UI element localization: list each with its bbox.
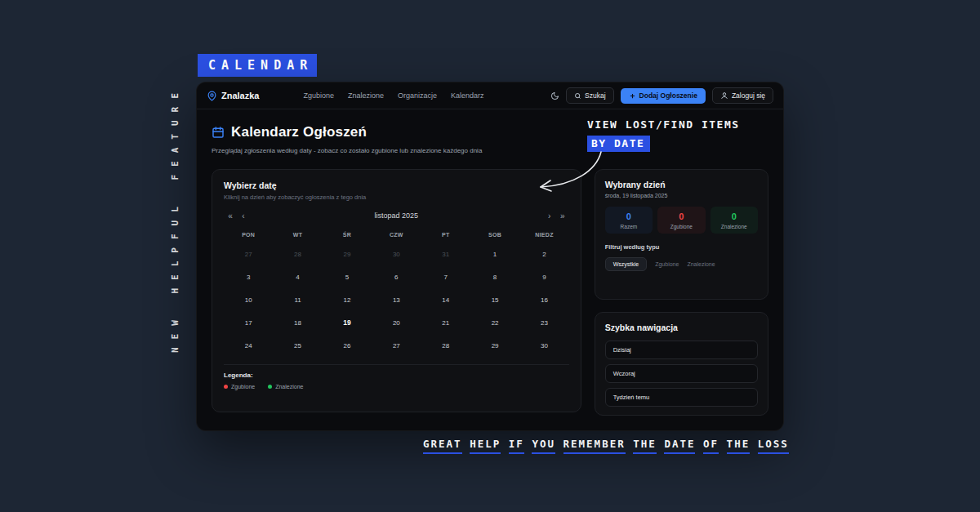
weekday-header: PT: [421, 232, 470, 238]
calendar-day[interactable]: 7: [421, 265, 470, 288]
calendar-day[interactable]: 1: [470, 243, 519, 265]
filters-row: WszystkieZgubioneZnalezione: [605, 257, 758, 271]
add-listing-button[interactable]: Dodaj Ogłoszenie: [621, 88, 706, 104]
calendar-day[interactable]: 29: [470, 334, 519, 357]
nav-link-zgubione[interactable]: Zgubione: [303, 91, 334, 100]
calendar-day[interactable]: 26: [323, 334, 372, 357]
quick-nav-dzisiaj[interactable]: Dzisiaj: [605, 341, 758, 359]
weekday-header-row: PONWTŚRCZWPTSOBNIEDZ: [224, 232, 569, 238]
calendar-icon: [212, 126, 225, 139]
caption-word: LOSS: [758, 438, 789, 454]
stat-label: Zgubione: [657, 224, 705, 229]
filter-zgubione[interactable]: Zgubione: [655, 258, 679, 270]
quick-nav-tydzie-temu[interactable]: Tydzień temu: [605, 388, 758, 407]
calendar-nav: « ‹ listopad 2025 › »: [224, 209, 569, 222]
caption-word: THE: [633, 438, 657, 454]
vertical-feature-label: NEW HELPFUL FEATURE: [170, 83, 180, 353]
calendar-day[interactable]: 4: [273, 265, 322, 288]
calendar-day[interactable]: 9: [519, 265, 568, 288]
filter-wszystkie[interactable]: Wszystkie: [605, 257, 648, 271]
calendar-day[interactable]: 23: [519, 311, 568, 334]
caption-word: DATE: [664, 438, 695, 454]
nav-link-znalezione[interactable]: Znalezione: [348, 91, 384, 100]
calendar-day[interactable]: 11: [273, 288, 322, 311]
weekday-header: NIEDZ: [519, 232, 568, 238]
stat-value: 0: [657, 211, 705, 221]
caption-word: HELP: [470, 438, 501, 454]
next-year-button[interactable]: »: [556, 209, 569, 222]
search-button-label: Szukaj: [585, 91, 606, 100]
nav-links: ZgubioneZnalezioneOrganizacjeKalendarz: [303, 91, 483, 100]
calendar-day[interactable]: 27: [224, 243, 273, 265]
stats-row: 0Razem0Zgubione0Znalezione: [605, 207, 758, 234]
brand-name: Znalazka: [221, 91, 259, 100]
quick-nav-list: DzisiajWczorajTydzień temu: [605, 341, 758, 407]
calendar-day[interactable]: 6: [372, 265, 421, 288]
calendar-day[interactable]: 20: [372, 311, 421, 334]
calendar-day[interactable]: 30: [372, 243, 421, 265]
quick-nav-card: Szybka nawigacja DzisiajWczorajTydzień t…: [595, 312, 768, 416]
navbar-actions: Szukaj Dodaj Ogłoszenie Zaloguj się: [550, 87, 773, 104]
caption-word: OF: [703, 438, 719, 454]
calendar-day[interactable]: 29: [323, 243, 372, 265]
selected-day-title: Wybrany dzień: [605, 180, 758, 189]
brand-logo[interactable]: Znalazka: [207, 91, 259, 101]
search-icon: [574, 92, 581, 100]
calendar-day[interactable]: 25: [273, 334, 322, 357]
add-listing-label: Dodaj Ogłoszenie: [639, 91, 697, 100]
calendar-day[interactable]: 10: [224, 288, 273, 311]
login-button-label: Zaloguj się: [732, 91, 765, 100]
quick-nav-wczoraj[interactable]: Wczoraj: [605, 364, 758, 383]
prev-month-button[interactable]: ‹: [237, 209, 250, 222]
annotation-view-items: VIEW LOST/FIND ITEMS BY DATE: [587, 119, 740, 152]
calendar-day[interactable]: 2: [519, 243, 568, 265]
calendar-day[interactable]: 18: [273, 311, 322, 334]
calendar-day[interactable]: 27: [372, 334, 421, 357]
calendar-day[interactable]: 22: [470, 311, 519, 334]
calendar-card-subtitle: Kliknij na dzień aby zobaczyć ogłoszenia…: [224, 194, 569, 201]
login-button[interactable]: Zaloguj się: [712, 87, 773, 104]
search-button[interactable]: Szukaj: [566, 87, 614, 104]
calendar-day[interactable]: 28: [273, 243, 322, 265]
calendar-day[interactable]: 16: [519, 288, 568, 311]
calendar-day[interactable]: 3: [224, 265, 273, 288]
legend-item-zgubione: Zgubione: [224, 384, 255, 390]
calendar-day[interactable]: 31: [421, 243, 470, 265]
weekday-header: WT: [273, 232, 322, 238]
calendar-day[interactable]: 21: [421, 311, 470, 334]
promo-canvas: CALENDAR NEW HELPFUL FEATURE Znalazka Zg…: [0, 0, 980, 512]
legend-dot-icon: [268, 385, 272, 389]
calendar-day[interactable]: 30: [519, 334, 568, 357]
calendar-day[interactable]: 8: [470, 265, 519, 288]
annotation-line-1: VIEW LOST/FIND ITEMS: [587, 119, 740, 130]
caption-word: YOU: [532, 438, 555, 454]
nav-link-kalendarz[interactable]: Kalendarz: [451, 91, 484, 100]
prev-year-button[interactable]: «: [224, 209, 237, 222]
stat-label: Znalezione: [710, 224, 758, 229]
calendar-day-selected[interactable]: 19: [323, 311, 372, 334]
calendar-day[interactable]: 12: [323, 288, 372, 311]
calendar-card-title: Wybierz datę: [224, 180, 569, 190]
calendar-day[interactable]: 28: [421, 334, 470, 357]
bottom-caption: GREAT HELP IF YOU REMEMBER THE DATE OF T…: [423, 438, 789, 450]
calendar-day[interactable]: 24: [224, 334, 273, 357]
legend-item-znalezione: Znalezione: [268, 384, 303, 390]
calendar-day[interactable]: 17: [224, 311, 273, 334]
calendar-day[interactable]: 5: [323, 265, 372, 288]
calendar-day[interactable]: 15: [470, 288, 519, 311]
calendar-day[interactable]: 13: [372, 288, 421, 311]
page-title: Kalendarz Ogłoszeń: [231, 124, 367, 140]
calendar-day[interactable]: 14: [421, 288, 470, 311]
caption-word: REMEMBER: [564, 438, 626, 454]
calendar-legend: Legenda: ZgubioneZnalezione: [224, 364, 569, 390]
legend-items: ZgubioneZnalezione: [224, 384, 569, 390]
weekday-header: ŚR: [323, 232, 372, 238]
caption-word: GREAT: [423, 438, 462, 454]
stat-value: 0: [605, 211, 653, 221]
theme-toggle-moon-icon[interactable]: [550, 91, 559, 100]
nav-link-organizacje[interactable]: Organizacje: [398, 91, 437, 100]
calendar-badge: CALENDAR: [198, 54, 317, 77]
next-month-button[interactable]: ›: [543, 209, 556, 222]
caption-word: IF: [509, 438, 524, 454]
filter-znalezione[interactable]: Znalezione: [687, 258, 715, 270]
